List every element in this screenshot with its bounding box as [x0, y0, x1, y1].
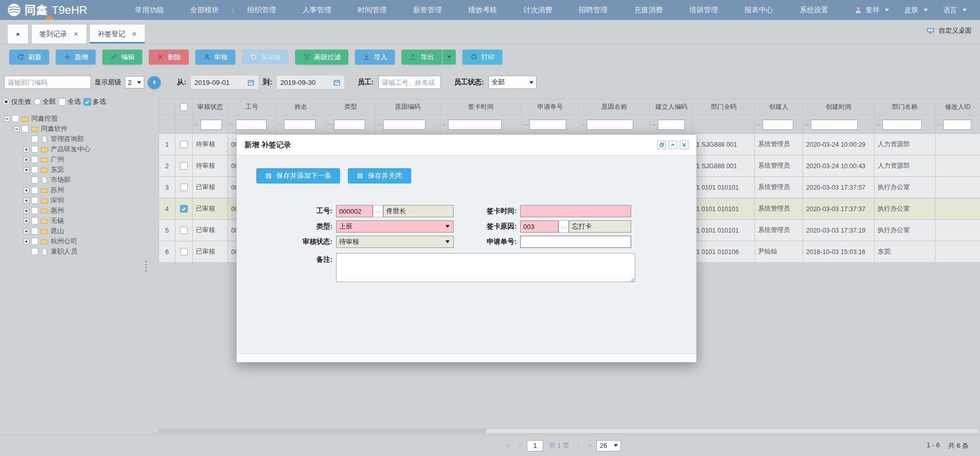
- tree-node-8[interactable]: 深圳: [0, 195, 154, 206]
- nav-item-13[interactable]: 系统设置: [786, 0, 841, 20]
- sign-reason-lookup-button[interactable]: …: [559, 220, 569, 233]
- delete-button[interactable]: 删除: [149, 50, 189, 64]
- employee-status-select[interactable]: 全部: [488, 76, 537, 89]
- sign-time-input[interactable]: [520, 205, 631, 217]
- export-dropdown-button[interactable]: [442, 50, 456, 64]
- tab-close-button[interactable]: [131, 31, 137, 37]
- tab-1[interactable]: 补签登记: [90, 24, 145, 43]
- filter-input-reason_code[interactable]: [383, 120, 426, 130]
- import-button[interactable]: 导入: [355, 50, 395, 64]
- empno-input[interactable]: [336, 205, 373, 217]
- filter-input-modifier_id[interactable]: [943, 120, 971, 130]
- tree-node-4[interactable]: 广州: [0, 154, 154, 165]
- filter-input-sign_time[interactable]: [448, 120, 502, 130]
- empno-name-field[interactable]: [383, 205, 454, 217]
- tree-checkbox[interactable]: [31, 248, 38, 255]
- collapse-window-button[interactable]: [669, 141, 677, 149]
- export-button[interactable]: 导出: [402, 50, 456, 64]
- column-header-apply_no[interactable]: 申请单号: [522, 99, 579, 116]
- nav-item-4[interactable]: 人事管理: [289, 0, 344, 20]
- radio-0[interactable]: [3, 98, 10, 105]
- skin-menu[interactable]: 皮肤: [904, 6, 928, 15]
- scrollbar-thumb[interactable]: [159, 429, 486, 433]
- tree-node-6[interactable]: 市场部: [0, 175, 154, 185]
- tree-node-10[interactable]: 无锡: [0, 216, 154, 226]
- horizontal-scrollbar[interactable]: [159, 428, 979, 434]
- tree-checkbox[interactable]: [31, 207, 38, 214]
- filter-input-name[interactable]: [284, 120, 316, 130]
- collapse-toggle-icon[interactable]: [4, 116, 10, 122]
- filter-operator[interactable]: ~: [524, 121, 527, 128]
- row-checkbox[interactable]: [180, 205, 188, 213]
- add-button[interactable]: 新增: [56, 50, 96, 64]
- tree-node-3[interactable]: 产品研发中心: [0, 144, 154, 154]
- filter-operator[interactable]: ~: [195, 121, 198, 128]
- empno-lookup-button[interactable]: …: [373, 205, 383, 217]
- row-checkbox[interactable]: [180, 184, 188, 191]
- filter-input-type[interactable]: [334, 120, 365, 130]
- tree-checkbox[interactable]: [12, 115, 19, 122]
- column-header-creator_code[interactable]: 建立人编码: [650, 99, 693, 116]
- expand-toggle-icon[interactable]: [24, 188, 29, 193]
- filter-operator[interactable]: ~: [805, 121, 809, 128]
- expand-toggle-icon[interactable]: [24, 218, 29, 224]
- tree-checkbox[interactable]: [31, 238, 38, 245]
- save-and-close-button[interactable]: 保存并关闭: [348, 168, 411, 184]
- sign-reason-name-field[interactable]: [569, 220, 631, 233]
- column-header-dept_name[interactable]: 部门名称: [875, 99, 936, 116]
- tree-node-11[interactable]: 昆山: [0, 226, 154, 236]
- filter-input-reason_name[interactable]: [587, 120, 633, 130]
- filter-operator[interactable]: ~: [757, 121, 761, 128]
- expand-toggle-icon[interactable]: [24, 147, 29, 152]
- column-header-name[interactable]: 姓名: [276, 99, 326, 116]
- dept-code-input[interactable]: [4, 76, 91, 89]
- column-header-sign_time[interactable]: 签卡时间: [440, 99, 522, 116]
- tree-node-5[interactable]: 东莞: [0, 165, 154, 175]
- column-header-created_time[interactable]: 创建时间: [803, 99, 875, 116]
- sign-reason-code-input[interactable]: [520, 220, 559, 233]
- nav-item-0[interactable]: 常用功能: [122, 0, 177, 20]
- collapse-toggle-icon[interactable]: [14, 126, 19, 132]
- edit-button[interactable]: 编辑: [102, 50, 142, 64]
- filter-input-dept_name[interactable]: [882, 120, 922, 130]
- select-all-checkbox[interactable]: [180, 103, 188, 111]
- tree-checkbox[interactable]: [31, 176, 38, 184]
- close-dialog-button[interactable]: [680, 141, 688, 149]
- nav-item-6[interactable]: 薪资管理: [399, 0, 455, 20]
- column-header-reason_name[interactable]: 原因名称: [579, 99, 650, 116]
- splitter-handle[interactable]: [145, 261, 147, 271]
- print-button[interactable]: 打印: [462, 50, 502, 64]
- from-date-input[interactable]: 2019-09-01: [191, 76, 258, 89]
- nav-item-10[interactable]: 充值消费: [620, 0, 676, 20]
- filter-input-creator_code[interactable]: [658, 120, 685, 130]
- advanced-filter-button[interactable]: 高级过滤: [295, 50, 348, 64]
- restore-window-button[interactable]: [657, 141, 666, 149]
- filter-operator[interactable]: ~: [377, 121, 381, 128]
- nav-item-11[interactable]: 培训管理: [676, 0, 731, 20]
- save-and-add-button[interactable]: 保存并添加下一条: [256, 168, 340, 184]
- expand-toggle-icon[interactable]: [24, 157, 29, 163]
- checkbox-2[interactable]: [58, 98, 66, 106]
- expand-toggle-icon[interactable]: [24, 208, 29, 214]
- filter-operator[interactable]: ~: [442, 121, 446, 128]
- audit-button[interactable]: 审核: [195, 50, 235, 64]
- nav-item-1[interactable]: 全部模块: [177, 0, 232, 20]
- filter-input-status[interactable]: [201, 120, 222, 130]
- row-checkbox[interactable]: [180, 141, 188, 148]
- filter-operator[interactable]: ~: [581, 121, 585, 128]
- tree-checkbox[interactable]: [31, 166, 38, 173]
- tree-checkbox[interactable]: [31, 156, 38, 163]
- expand-toggle-icon[interactable]: [24, 229, 29, 234]
- to-date-input[interactable]: 2019-09-30: [277, 76, 344, 89]
- column-header-empno[interactable]: 工号: [228, 99, 276, 116]
- remark-textarea[interactable]: [336, 253, 635, 282]
- refresh-button[interactable]: 刷新: [9, 50, 49, 64]
- column-header-reason_code[interactable]: 原因编码: [375, 99, 440, 116]
- column-header-dept_full_code[interactable]: 部门全码: [693, 99, 755, 116]
- checkbox-3[interactable]: [83, 98, 91, 106]
- nav-item-3[interactable]: 组织管理: [234, 0, 289, 20]
- filter-input-created_time[interactable]: [811, 120, 858, 130]
- tree-checkbox[interactable]: [31, 146, 38, 153]
- language-menu[interactable]: 语言: [943, 6, 967, 15]
- tree-node-2[interactable]: 管理咨询部: [0, 134, 154, 144]
